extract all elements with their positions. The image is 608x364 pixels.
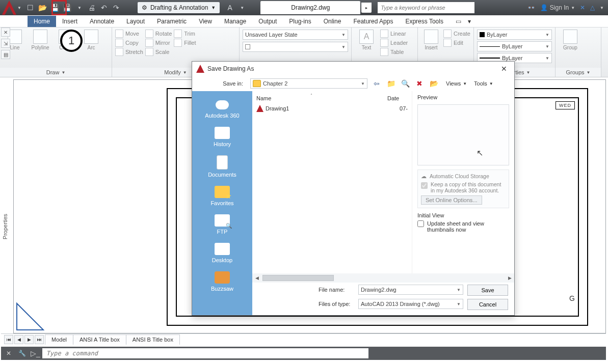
help-dd-icon[interactable]: ▼ xyxy=(600,6,604,10)
update-thumbs-checkbox[interactable] xyxy=(417,220,424,227)
palette-pin-icon[interactable]: ⇲ xyxy=(1,39,10,48)
layer-combo[interactable]: ▼ xyxy=(243,42,348,52)
tab-express[interactable]: Express Tools xyxy=(399,16,449,27)
tab-nav-prev-icon[interactable]: ◀ xyxy=(14,335,23,344)
scale-button[interactable]: Scale xyxy=(145,48,172,56)
save-in-combo[interactable]: Chapter 2 ▼ xyxy=(250,78,367,89)
tab-parametric[interactable]: Parametric xyxy=(151,16,193,27)
color-combo[interactable]: ByLayer▼ xyxy=(477,30,552,40)
exchange-a-icon[interactable]: △ xyxy=(590,4,595,11)
column-date[interactable]: Date xyxy=(387,95,408,101)
tab-nav-first-icon[interactable]: ⏮ xyxy=(4,335,13,344)
file-list-hscroll[interactable]: ◀ ▶ xyxy=(252,273,514,283)
mirror-button[interactable]: Mirror xyxy=(145,39,172,47)
stretch-button[interactable]: Stretch xyxy=(115,48,143,56)
place-documents[interactable]: Documents xyxy=(208,153,236,180)
file-row[interactable]: Drawing1 07- xyxy=(256,104,408,113)
layout-tab-1[interactable]: ANSI A Title box xyxy=(73,334,126,345)
infocenter-search[interactable] xyxy=(378,2,474,13)
properties-palette-label[interactable]: Properties xyxy=(2,214,10,239)
up-folder-icon[interactable]: 📁 xyxy=(386,78,396,89)
table-button[interactable]: Table xyxy=(380,48,408,56)
scroll-thumb[interactable] xyxy=(262,275,334,281)
tab-manage[interactable]: Manage xyxy=(218,16,252,27)
polyline-button[interactable]: Polyline xyxy=(29,30,52,50)
qat-a-icon[interactable]: A xyxy=(225,3,235,13)
filetype-combo[interactable]: AutoCAD 2013 Drawing (*.dwg)▼ xyxy=(358,299,463,309)
file-list[interactable]: Name ˄ Date Drawing1 07- xyxy=(252,91,412,273)
qat-a-dd-icon[interactable]: ▼ xyxy=(237,3,247,13)
ribbon-minimize-icon[interactable]: ▾ xyxy=(462,16,474,27)
cmd-wrench-icon[interactable]: 🔧 xyxy=(17,349,27,358)
create-button[interactable]: Create xyxy=(443,30,470,38)
palette-close-icon[interactable]: ✕ xyxy=(1,27,10,37)
scroll-left-icon[interactable]: ◀ xyxy=(253,275,260,281)
exchange-x-icon[interactable]: ✕ xyxy=(580,4,585,11)
set-online-options-button[interactable]: Set Online Options... xyxy=(421,195,482,205)
command-input[interactable] xyxy=(42,348,368,358)
tab-nav-next-icon[interactable]: ▶ xyxy=(24,335,34,344)
tab-output[interactable]: Output xyxy=(252,16,283,27)
new-folder-icon[interactable]: 📂 xyxy=(429,78,439,89)
group-button[interactable]: Group xyxy=(559,30,582,50)
arc-button[interactable]: Arc xyxy=(80,30,103,50)
fillet-button[interactable]: Fillet xyxy=(174,39,196,47)
dialog-close-button[interactable]: ✕ xyxy=(498,63,510,75)
search-web-icon[interactable]: 🔍 xyxy=(400,78,410,89)
tab-layout[interactable]: Layout xyxy=(120,16,151,27)
tab-annotate[interactable]: Annotate xyxy=(84,16,120,27)
app-logo-icon[interactable] xyxy=(2,1,16,15)
search-input[interactable] xyxy=(378,2,474,13)
place-autodesk360[interactable]: Autodesk 360 xyxy=(205,96,239,121)
place-buzzsaw[interactable]: Buzzsaw xyxy=(211,269,233,294)
cancel-button[interactable]: Cancel xyxy=(467,299,508,310)
qat-dd-icon[interactable]: ▼ xyxy=(74,3,85,13)
layout-tab-model[interactable]: Model xyxy=(45,334,73,345)
infocenter-binoculars-icon[interactable]: 👓 xyxy=(527,4,535,11)
place-ftp[interactable]: FTP xyxy=(215,212,230,237)
document-tab[interactable]: Drawing2.dwg xyxy=(260,1,360,14)
workspace-switcher[interactable]: ⚙ Drafting & Annotation ▼ xyxy=(138,2,220,13)
tab-featured[interactable]: Featured Apps xyxy=(347,16,399,27)
tools-menu[interactable]: Tools▼ xyxy=(474,80,493,87)
move-button[interactable]: Move xyxy=(115,30,143,38)
tab-plugins[interactable]: Plug-ins xyxy=(283,16,317,27)
trim-button[interactable]: Trim xyxy=(174,30,196,38)
copy-button[interactable]: Copy xyxy=(115,39,143,47)
views-menu[interactable]: Views▼ xyxy=(446,80,467,87)
qat-open-icon[interactable]: 📂 xyxy=(38,3,48,13)
linear-button[interactable]: Linear xyxy=(380,30,408,38)
delete-icon[interactable]: ✖ xyxy=(414,78,425,89)
tab-nav-last-icon[interactable]: ⏭ xyxy=(35,335,44,344)
cmd-close-icon[interactable]: ✕ xyxy=(4,349,13,358)
doc-tab-dd-icon[interactable]: ▸ xyxy=(361,3,372,13)
qat-plot-icon[interactable]: 🖨 xyxy=(87,3,97,13)
qat-new-icon[interactable]: ☐ xyxy=(25,3,36,13)
column-name[interactable]: Name xyxy=(256,95,387,101)
qat-redo-icon[interactable]: ↷ xyxy=(111,3,121,13)
scroll-right-icon[interactable]: ▶ xyxy=(506,275,513,281)
layer-state-combo[interactable]: Unsaved Layer State▼ xyxy=(243,30,348,40)
tab-view[interactable]: View xyxy=(193,16,218,27)
cloud-keep-checkbox[interactable] xyxy=(421,182,428,189)
text-button[interactable]: AText xyxy=(355,30,378,50)
filename-combo[interactable]: Drawing2.dwg▼ xyxy=(358,285,463,295)
edit-button[interactable]: Edit xyxy=(443,39,470,47)
qat-undo-icon[interactable]: ↶ xyxy=(99,3,109,13)
tab-addin-icon[interactable]: ▭ xyxy=(450,16,462,27)
layout-tab-2[interactable]: ANSI B Title box xyxy=(126,334,180,345)
place-favorites[interactable]: Favorites xyxy=(210,184,233,208)
leader-button[interactable]: Leader xyxy=(380,39,408,47)
place-desktop[interactable]: Desktop xyxy=(212,241,232,265)
save-button[interactable]: Save xyxy=(467,285,508,296)
place-history[interactable]: History xyxy=(214,125,231,149)
app-menu-dropdown-icon[interactable]: ▼ xyxy=(17,6,21,10)
tab-home[interactable]: Home xyxy=(28,16,56,27)
insert-button[interactable]: Insert xyxy=(421,30,441,50)
back-icon[interactable]: ⇦ xyxy=(372,78,382,89)
tab-insert[interactable]: Insert xyxy=(56,16,84,27)
tab-online[interactable]: Online xyxy=(318,16,348,27)
palette-menu-icon[interactable]: ▤ xyxy=(1,50,10,59)
linetype-combo[interactable]: ByLayer▼ xyxy=(477,41,552,51)
rotate-button[interactable]: Rotate xyxy=(145,30,172,38)
